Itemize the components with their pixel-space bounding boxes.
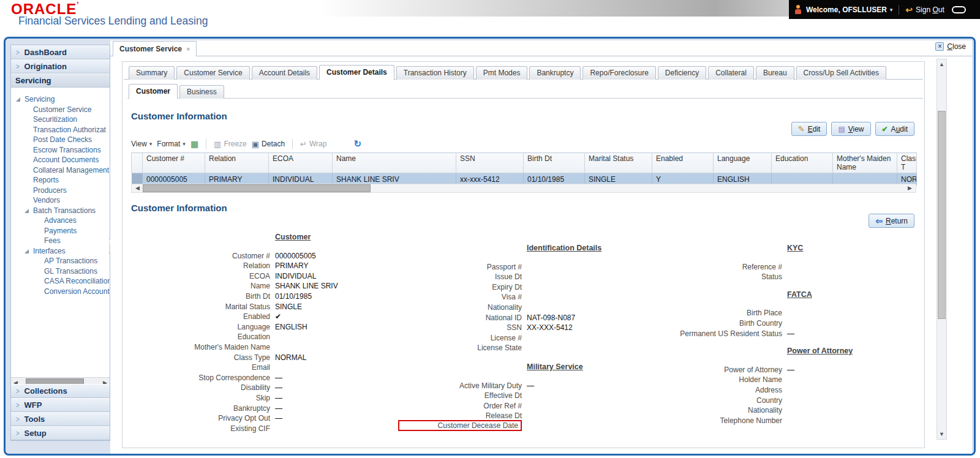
tree-item-advances[interactable]: Advances [11, 216, 110, 226]
tree-item-ap-transactions[interactable]: AP Transactions [11, 256, 110, 266]
kyc-group-header: KYC [782, 243, 803, 253]
sidebar-item-collections[interactable]: >Collections [11, 384, 110, 398]
tab-customer-details[interactable]: Customer Details [319, 65, 394, 80]
tree-item-fees[interactable]: Fees [11, 236, 110, 246]
detach-button[interactable]: ▣Detach [252, 140, 285, 149]
form-field-row: Effective Dt [398, 391, 643, 401]
tree-item-producers[interactable]: Producers [11, 186, 110, 196]
sidebar-item-origination[interactable]: >Origination [11, 59, 110, 73]
sign-out-link[interactable]: Sign Out [916, 6, 944, 14]
tree-item-interfaces[interactable]: Interfaces [11, 246, 110, 257]
tree-item-casa-reconciliation[interactable]: CASA Reconciliation [11, 276, 110, 287]
col-marital-status[interactable]: Marital Status [585, 153, 652, 173]
pencil-icon: ✎ [798, 124, 805, 133]
collapse-node-icon[interactable] [16, 97, 20, 102]
welcome-menu[interactable]: Welcome, OFSLLUSER [806, 6, 887, 14]
enabled-check-icon: ✔ [270, 312, 281, 322]
check-icon: ✔ [882, 125, 888, 133]
tree-item-post-date-checks[interactable]: Post Date Checks [11, 135, 110, 145]
tree-item-collateral-management[interactable]: Collateral Management [11, 165, 110, 176]
scroll-down-icon[interactable]: ▼ [937, 431, 946, 437]
tree-item-vendors[interactable]: Vendors [11, 195, 110, 206]
form-field-row: Birth Place [655, 308, 919, 318]
tree-item-conversion-account[interactable]: Conversion Account [11, 287, 110, 297]
tab-summary[interactable]: Summary [129, 66, 175, 80]
subtab-business[interactable]: Business [179, 85, 224, 99]
tree-item-securitization[interactable]: Securitization [11, 114, 110, 125]
tab-cross-up-sell-activities[interactable]: Cross/Up Sell Activities [796, 66, 886, 80]
view-button[interactable]: ▤ View [831, 122, 870, 136]
scroll-up-icon[interactable]: ▲ [937, 61, 946, 67]
tab-transaction-history[interactable]: Transaction History [396, 66, 474, 80]
col-enabled[interactable]: Enabled [652, 153, 714, 173]
subtab-customer[interactable]: Customer [129, 84, 178, 99]
tab-pmt-modes[interactable]: Pmt Modes [476, 66, 528, 80]
form-field-row: Address [655, 385, 919, 396]
col-education[interactable]: Education [772, 153, 833, 173]
sidebar-item-dashboard[interactable]: >DashBoard [11, 45, 110, 59]
audit-button[interactable]: ✔ Audit [875, 122, 914, 136]
scrollbar-thumb[interactable] [143, 184, 371, 192]
return-button[interactable]: ⇦ Return [869, 214, 914, 228]
tree-item-customer-service[interactable]: Customer Service [11, 105, 110, 115]
refresh-icon[interactable]: ↻ [353, 138, 361, 149]
sign-out-icon: ↩ [905, 5, 913, 15]
tab-collateral[interactable]: Collateral [708, 66, 754, 80]
close-tab-icon[interactable]: × [186, 45, 190, 53]
tree-item-reports[interactable]: Reports [11, 175, 110, 186]
tab-account-details[interactable]: Account Details [252, 66, 317, 80]
grid-horizontal-scrollbar[interactable]: ◀ ▶ [131, 184, 916, 193]
tree-item-servicing[interactable]: Servicing [11, 94, 110, 105]
form-field-row: Nationality [398, 302, 643, 313]
wrap-button[interactable]: ↵Wrap [300, 140, 326, 149]
sidebar-item-wfp[interactable]: >WFP [11, 398, 110, 412]
tab-repo-foreclosure[interactable]: Repo/Foreclosure [582, 66, 655, 80]
view-menu[interactable]: View▾ [131, 140, 152, 148]
col-mothers-maiden-name[interactable]: Mother's Maiden Name [833, 153, 897, 173]
form-field-row: Expiry Dt [398, 282, 643, 293]
format-menu[interactable]: Format▾ [157, 140, 186, 148]
sidebar-item-tools[interactable]: >Tools [11, 412, 110, 426]
collapse-node-icon[interactable] [24, 249, 29, 253]
document-tab-bar: Customer Service × × Close [110, 40, 972, 56]
tab-bureau[interactable]: Bureau [756, 66, 794, 80]
tree-item-account-documents[interactable]: Account Documents [11, 155, 110, 165]
form-field-row: Email [125, 362, 394, 373]
tree-item-escrow-transactions[interactable]: Escrow Transactions [11, 145, 110, 156]
close-icon[interactable]: × [935, 42, 944, 51]
edit-button[interactable]: ✎ Edit [791, 122, 827, 136]
sidebar-item-setup[interactable]: >Setup [11, 426, 110, 440]
col-ssn[interactable]: SSN [456, 153, 524, 173]
sidebar-item-servicing[interactable]: Servicing [11, 73, 110, 88]
main-tabs: Summary Customer Service Account Details… [124, 64, 923, 80]
tree-item-transaction-authorization[interactable]: Transaction Authorizat [11, 125, 110, 135]
col-ecoa[interactable]: ECOA [269, 153, 333, 173]
col-customer-number[interactable]: Customer # [143, 153, 205, 173]
top-header: ORACLE’ Financial Services Lending and L… [0, 0, 980, 36]
scrollbar-thumb[interactable] [938, 111, 946, 319]
col-class-type[interactable]: Class T [897, 153, 917, 173]
tab-deficiency[interactable]: Deficiency [658, 66, 706, 80]
tab-customer-service[interactable]: Customer Service [176, 66, 249, 80]
content-vertical-scrollbar[interactable]: ▲ ▼ [937, 59, 947, 440]
scroll-right-icon[interactable]: ▶ [908, 184, 912, 192]
tree-item-batch-transactions[interactable]: Batch Transactions [11, 206, 110, 216]
col-birth-dt[interactable]: Birth Dt [524, 153, 585, 173]
tab-bankruptcy[interactable]: Bankruptcy [529, 66, 581, 80]
col-language[interactable]: Language [714, 153, 772, 173]
col-name[interactable]: Name [333, 153, 456, 173]
collapse-node-icon[interactable] [24, 209, 29, 213]
tree-item-gl-transactions[interactable]: GL Transactions [11, 266, 110, 277]
col-relation[interactable]: Relation [205, 153, 269, 173]
form-field-row: Issue Dt [398, 272, 643, 282]
scroll-left-icon[interactable]: ◀ [135, 184, 140, 192]
form-field-row: License State [398, 343, 643, 353]
export-to-excel-button[interactable]: ▦ [190, 139, 198, 149]
customer-detail-column: Customer Customer #0000005005 RelationPR… [125, 232, 394, 434]
doc-tab-customer-service[interactable]: Customer Service × [113, 41, 197, 56]
form-field-row: Permanent US Resident Status— [655, 329, 919, 339]
freeze-button[interactable]: ▥Freeze [214, 140, 247, 149]
chevron-down-icon[interactable]: ▾ [890, 7, 893, 13]
tree-item-payments[interactable]: Payments [11, 226, 110, 236]
close-button[interactable]: × Close [935, 42, 966, 51]
